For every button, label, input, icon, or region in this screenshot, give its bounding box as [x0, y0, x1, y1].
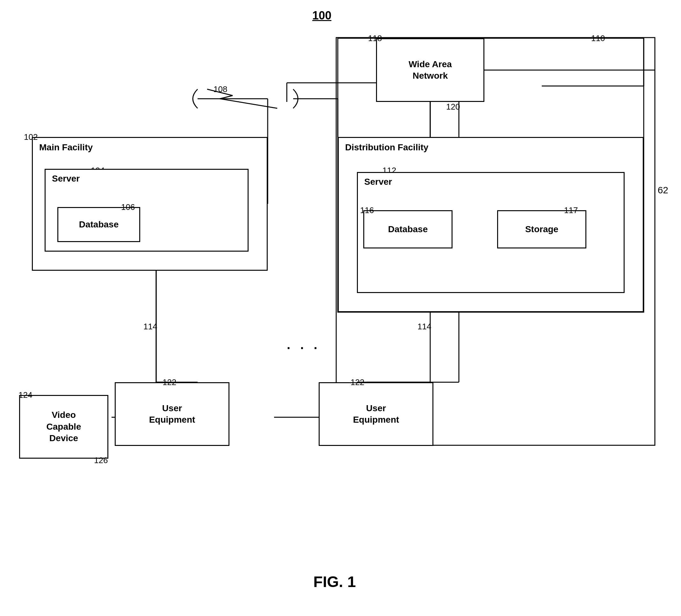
- main-database-label: Database: [79, 219, 119, 230]
- ellipsis-dots: . . .: [287, 338, 321, 352]
- user-equipment-left-box: UserEquipment: [115, 382, 229, 446]
- video-device-label: Video Capable Device: [47, 409, 81, 444]
- main-database-box: Database: [57, 207, 140, 242]
- distribution-database-label: Database: [388, 224, 428, 235]
- ref-126: 126: [94, 456, 108, 465]
- diagram-title: 100: [303, 9, 341, 22]
- svg-line-13: [220, 96, 233, 99]
- distribution-facility-label: Distribution Facility: [345, 142, 428, 153]
- main-server-label: Server: [52, 173, 80, 184]
- main-database-ref: 106: [121, 202, 135, 212]
- figure-label: FIG. 1: [271, 573, 398, 591]
- ref-110: 110: [591, 33, 605, 43]
- ref-120: 120: [446, 102, 460, 112]
- ref-62: 62: [658, 185, 668, 196]
- distribution-storage-box: Storage: [497, 210, 586, 249]
- distribution-server-label: Server: [364, 176, 392, 187]
- diagram: 100 Wide Area Network 118 120 110 Distri…: [0, 0, 681, 616]
- user-equipment-left-label: UserEquipment: [149, 403, 195, 426]
- main-facility-ref-102: 102: [24, 132, 37, 142]
- user-equipment-right-ref: 122: [351, 378, 364, 387]
- distribution-database-box: Database: [363, 210, 453, 249]
- wan-ref: 118: [368, 33, 382, 43]
- ref-114-left: 114: [144, 322, 157, 332]
- distribution-storage-ref: 117: [564, 205, 578, 215]
- distribution-storage-label: Storage: [525, 224, 558, 235]
- user-equipment-right-label: UserEquipment: [353, 403, 399, 426]
- ref-108: 108: [213, 84, 227, 94]
- svg-line-14: [220, 99, 277, 108]
- user-equipment-right-box: UserEquipment: [319, 382, 433, 446]
- video-device-ref: 124: [19, 390, 32, 400]
- main-facility-label: Main Facility: [39, 142, 93, 153]
- wan-box: Wide Area Network: [376, 38, 484, 102]
- distribution-database-ref: 116: [360, 205, 374, 215]
- video-device-box: Video Capable Device: [19, 395, 108, 459]
- user-equipment-left-ref: 122: [162, 378, 176, 387]
- ref-114-right: 114: [418, 322, 431, 332]
- wan-label: Wide Area Network: [408, 59, 452, 82]
